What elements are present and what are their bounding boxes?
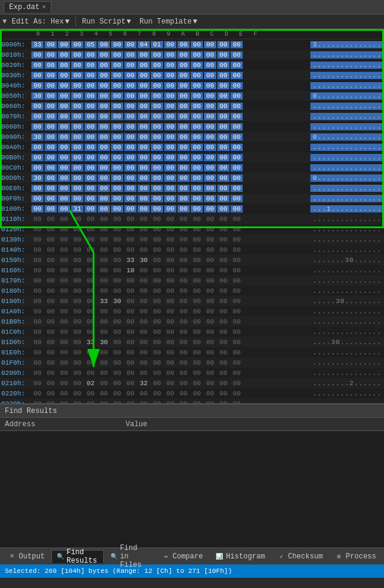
- hex-byte[interactable]: 00: [111, 103, 123, 110]
- hex-byte[interactable]: 00: [45, 400, 57, 404]
- bottom-tab-find-results[interactable]: 🔍Find Results: [51, 550, 103, 563]
- hex-byte[interactable]: 00: [204, 380, 216, 387]
- hex-byte[interactable]: 00: [151, 318, 163, 325]
- hex-byte[interactable]: 00: [58, 103, 70, 110]
- hex-byte[interactable]: 00: [164, 226, 176, 233]
- hex-byte[interactable]: 00: [71, 236, 83, 243]
- hex-byte[interactable]: 00: [204, 113, 216, 120]
- hex-byte[interactable]: 00: [71, 144, 83, 151]
- hex-byte[interactable]: 00: [217, 277, 229, 284]
- hex-byte[interactable]: 00: [71, 390, 83, 397]
- hex-byte[interactable]: 00: [151, 72, 163, 79]
- hex-byte[interactable]: 00: [98, 103, 110, 110]
- hex-byte[interactable]: 00: [231, 400, 243, 404]
- hex-byte[interactable]: 00: [124, 400, 136, 404]
- hex-byte[interactable]: 00: [217, 113, 229, 120]
- hex-byte[interactable]: 00: [58, 82, 70, 89]
- hex-byte[interactable]: 00: [217, 92, 229, 100]
- hex-byte[interactable]: 00: [45, 164, 57, 171]
- hex-byte[interactable]: 00: [164, 103, 176, 110]
- hex-byte[interactable]: 00: [124, 287, 136, 295]
- run-template-menu[interactable]: Run Template ▼: [136, 16, 201, 27]
- hex-bytes[interactable]: 00000000000000000000000000000000: [31, 400, 310, 404]
- hex-byte[interactable]: 00: [31, 246, 43, 254]
- hex-byte[interactable]: 00: [138, 185, 150, 192]
- hex-row[interactable]: 01B0h:00000000000000000000000000000000..…: [0, 316, 384, 327]
- hex-byte[interactable]: 00: [98, 400, 110, 404]
- hex-byte[interactable]: 00: [58, 72, 70, 79]
- hex-row[interactable]: 0180h:00000000000000000000000000000000..…: [0, 286, 384, 296]
- hex-byte[interactable]: 00: [178, 308, 190, 315]
- hex-byte[interactable]: 00: [164, 390, 176, 397]
- hex-byte[interactable]: 00: [204, 144, 216, 151]
- hex-byte[interactable]: 00: [151, 226, 163, 233]
- hex-bytes[interactable]: 00000000000000000000000000000000: [31, 236, 310, 243]
- hex-byte[interactable]: 00: [204, 400, 216, 404]
- hex-byte[interactable]: 00: [98, 133, 110, 141]
- hex-byte[interactable]: 00: [111, 277, 123, 284]
- hex-byte[interactable]: 00: [217, 369, 229, 377]
- hex-byte[interactable]: 00: [164, 339, 176, 346]
- hex-byte[interactable]: 00: [204, 41, 216, 48]
- hex-byte[interactable]: 00: [124, 277, 136, 284]
- hex-byte[interactable]: 00: [217, 133, 229, 141]
- hex-byte[interactable]: 00: [138, 400, 150, 404]
- hex-byte[interactable]: 30: [138, 257, 150, 264]
- hex-byte[interactable]: 00: [191, 103, 203, 110]
- hex-byte[interactable]: 00: [71, 113, 83, 120]
- hex-byte[interactable]: 00: [58, 318, 70, 325]
- hex-byte[interactable]: 00: [191, 82, 203, 89]
- hex-bytes[interactable]: 00000000000000000000000000000000: [31, 246, 310, 254]
- hex-byte[interactable]: 00: [178, 226, 190, 233]
- hex-byte[interactable]: 00: [204, 359, 216, 366]
- hex-byte[interactable]: 00: [124, 92, 136, 100]
- hex-byte[interactable]: 00: [124, 113, 136, 120]
- hex-byte[interactable]: 00: [111, 51, 123, 59]
- hex-byte[interactable]: 00: [111, 257, 123, 264]
- hex-byte[interactable]: 00: [178, 400, 190, 404]
- hex-row[interactable]: 0150h:00000000000000333000000000000000..…: [0, 255, 384, 265]
- hex-byte[interactable]: 00: [231, 246, 243, 254]
- hex-byte[interactable]: 30: [111, 298, 123, 305]
- hex-byte[interactable]: 00: [231, 236, 243, 243]
- hex-byte[interactable]: 00: [178, 62, 190, 69]
- hex-byte[interactable]: 00: [85, 154, 97, 161]
- hex-byte[interactable]: 00: [58, 349, 70, 356]
- hex-byte[interactable]: 00: [71, 164, 83, 171]
- hex-byte[interactable]: 00: [124, 359, 136, 366]
- hex-byte[interactable]: 00: [124, 72, 136, 79]
- hex-byte[interactable]: 00: [138, 51, 150, 59]
- hex-byte[interactable]: 00: [111, 246, 123, 254]
- hex-byte[interactable]: 00: [231, 113, 243, 120]
- hex-byte[interactable]: 00: [138, 62, 150, 69]
- hex-byte[interactable]: 00: [58, 123, 70, 130]
- hex-byte[interactable]: 00: [98, 369, 110, 377]
- hex-byte[interactable]: 00: [31, 51, 43, 59]
- hex-byte[interactable]: 00: [45, 154, 57, 161]
- hex-byte[interactable]: 00: [164, 154, 176, 161]
- hex-byte[interactable]: 00: [204, 349, 216, 356]
- hex-byte[interactable]: 00: [164, 318, 176, 325]
- hex-byte[interactable]: 00: [204, 369, 216, 377]
- hex-byte[interactable]: 00: [111, 41, 123, 48]
- hex-byte[interactable]: 00: [58, 277, 70, 284]
- hex-byte[interactable]: 00: [204, 226, 216, 233]
- hex-byte[interactable]: 00: [191, 216, 203, 223]
- hex-byte[interactable]: 00: [124, 226, 136, 233]
- hex-byte[interactable]: 00: [151, 298, 163, 305]
- hex-byte[interactable]: 00: [31, 164, 43, 171]
- hex-byte[interactable]: 00: [31, 349, 43, 356]
- hex-byte[interactable]: 00: [191, 205, 203, 213]
- hex-byte[interactable]: 00: [231, 216, 243, 223]
- hex-bytes[interactable]: 00000000000000000000000000000000: [31, 308, 310, 315]
- hex-byte[interactable]: 00: [138, 195, 150, 202]
- bottom-tab-histogram[interactable]: 📊Histogram: [210, 550, 270, 563]
- hex-byte[interactable]: 00: [231, 328, 243, 336]
- hex-byte[interactable]: 00: [124, 205, 136, 213]
- hex-byte[interactable]: 00: [178, 82, 190, 89]
- hex-byte[interactable]: 00: [164, 369, 176, 377]
- hex-byte[interactable]: 00: [124, 195, 136, 202]
- hex-row[interactable]: 0230h:00000000000000000000000000000000..…: [0, 398, 384, 403]
- hex-byte[interactable]: 00: [164, 72, 176, 79]
- hex-byte[interactable]: 00: [71, 267, 83, 274]
